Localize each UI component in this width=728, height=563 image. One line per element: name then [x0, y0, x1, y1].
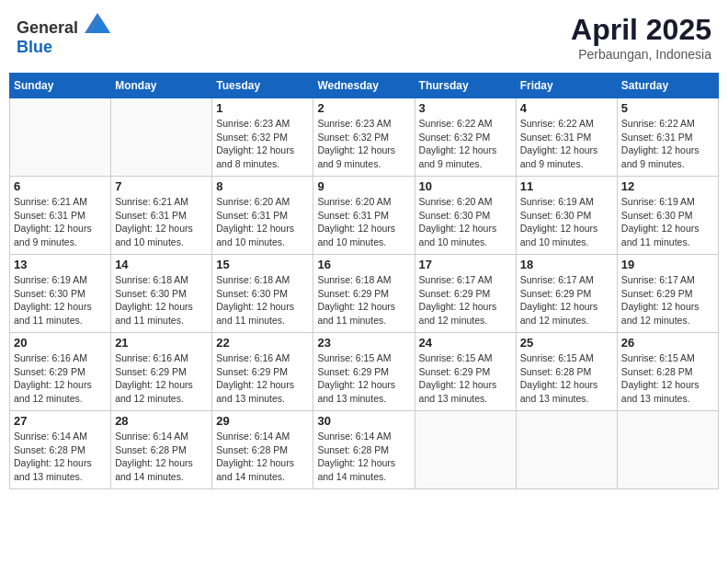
calendar-cell: 15Sunrise: 6:18 AM Sunset: 6:30 PM Dayli…	[212, 255, 313, 333]
calendar-cell: 10Sunrise: 6:20 AM Sunset: 6:30 PM Dayli…	[415, 177, 516, 255]
day-info: Sunrise: 6:15 AM Sunset: 6:28 PM Dayligh…	[621, 351, 714, 406]
day-number: 22	[216, 336, 309, 350]
day-info: Sunrise: 6:23 AM Sunset: 6:32 PM Dayligh…	[216, 117, 309, 171]
calendar-week-1: 1Sunrise: 6:23 AM Sunset: 6:32 PM Daylig…	[10, 98, 719, 177]
day-number: 5	[621, 101, 714, 115]
day-number: 26	[621, 336, 714, 350]
day-number: 14	[115, 258, 208, 271]
day-info: Sunrise: 6:22 AM Sunset: 6:31 PM Dayligh…	[520, 117, 613, 171]
calendar-cell: 2Sunrise: 6:23 AM Sunset: 6:32 PM Daylig…	[313, 98, 415, 177]
day-info: Sunrise: 6:20 AM Sunset: 6:31 PM Dayligh…	[317, 195, 410, 249]
day-number: 8	[216, 179, 309, 193]
day-info: Sunrise: 6:20 AM Sunset: 6:31 PM Dayligh…	[216, 195, 309, 249]
day-info: Sunrise: 6:19 AM Sunset: 6:30 PM Dayligh…	[520, 195, 613, 249]
day-number: 1	[216, 101, 309, 115]
day-number: 2	[317, 101, 410, 115]
calendar-cell: 25Sunrise: 6:15 AM Sunset: 6:28 PM Dayli…	[516, 333, 617, 411]
day-info: Sunrise: 6:17 AM Sunset: 6:29 PM Dayligh…	[419, 273, 512, 327]
calendar-cell: 12Sunrise: 6:19 AM Sunset: 6:30 PM Dayli…	[617, 177, 718, 255]
day-number: 16	[317, 258, 410, 271]
day-info: Sunrise: 6:14 AM Sunset: 6:28 PM Dayligh…	[317, 430, 410, 484]
day-number: 18	[520, 258, 613, 271]
day-number: 30	[317, 414, 410, 428]
calendar-cell: 19Sunrise: 6:17 AM Sunset: 6:29 PM Dayli…	[617, 255, 718, 333]
day-number: 3	[419, 101, 512, 115]
day-info: Sunrise: 6:21 AM Sunset: 6:31 PM Dayligh…	[115, 195, 208, 249]
day-info: Sunrise: 6:14 AM Sunset: 6:28 PM Dayligh…	[216, 430, 309, 484]
calendar-cell	[111, 98, 212, 177]
logo-text: General Blue	[17, 13, 110, 57]
calendar-cell: 23Sunrise: 6:15 AM Sunset: 6:29 PM Dayli…	[313, 333, 415, 411]
day-number: 11	[520, 179, 613, 193]
calendar-cell: 22Sunrise: 6:16 AM Sunset: 6:29 PM Dayli…	[212, 333, 313, 411]
calendar-cell: 13Sunrise: 6:19 AM Sunset: 6:30 PM Dayli…	[10, 255, 111, 333]
day-number: 13	[14, 258, 107, 271]
day-info: Sunrise: 6:18 AM Sunset: 6:30 PM Dayligh…	[115, 273, 208, 327]
calendar-cell: 9Sunrise: 6:20 AM Sunset: 6:31 PM Daylig…	[313, 177, 415, 255]
day-number: 17	[419, 258, 512, 271]
weekday-header: Thursday	[415, 74, 516, 98]
calendar-cell: 17Sunrise: 6:17 AM Sunset: 6:29 PM Dayli…	[415, 255, 516, 333]
calendar-header-row: SundayMondayTuesdayWednesdayThursdayFrid…	[10, 74, 719, 98]
day-number: 9	[317, 179, 410, 193]
day-info: Sunrise: 6:15 AM Sunset: 6:28 PM Dayligh…	[520, 351, 613, 406]
location-subtitle: Perbaungan, Indonesia	[571, 47, 711, 62]
day-number: 21	[115, 336, 208, 350]
calendar-cell: 1Sunrise: 6:23 AM Sunset: 6:32 PM Daylig…	[212, 98, 313, 177]
calendar-week-4: 20Sunrise: 6:16 AM Sunset: 6:29 PM Dayli…	[10, 333, 719, 411]
calendar-cell: 14Sunrise: 6:18 AM Sunset: 6:30 PM Dayli…	[111, 255, 212, 333]
day-info: Sunrise: 6:18 AM Sunset: 6:30 PM Dayligh…	[216, 273, 309, 327]
day-number: 6	[14, 179, 107, 193]
day-info: Sunrise: 6:15 AM Sunset: 6:29 PM Dayligh…	[317, 351, 410, 406]
day-number: 19	[621, 258, 714, 271]
day-number: 27	[14, 414, 107, 428]
logo-icon	[85, 13, 110, 33]
calendar-cell	[415, 411, 516, 489]
month-year-title: April 2025	[571, 13, 711, 47]
calendar-cell: 16Sunrise: 6:18 AM Sunset: 6:29 PM Dayli…	[313, 255, 415, 333]
day-number: 10	[419, 179, 512, 193]
calendar-cell: 28Sunrise: 6:14 AM Sunset: 6:28 PM Dayli…	[111, 411, 212, 489]
calendar-cell: 30Sunrise: 6:14 AM Sunset: 6:28 PM Dayli…	[313, 411, 415, 489]
calendar-cell: 5Sunrise: 6:22 AM Sunset: 6:31 PM Daylig…	[617, 98, 718, 177]
day-info: Sunrise: 6:14 AM Sunset: 6:28 PM Dayligh…	[115, 430, 208, 484]
logo-general: General	[17, 18, 78, 37]
weekday-header: Monday	[111, 74, 212, 98]
day-info: Sunrise: 6:18 AM Sunset: 6:29 PM Dayligh…	[317, 273, 410, 327]
calendar-cell: 20Sunrise: 6:16 AM Sunset: 6:29 PM Dayli…	[10, 333, 111, 411]
calendar-week-2: 6Sunrise: 6:21 AM Sunset: 6:31 PM Daylig…	[10, 177, 719, 255]
day-info: Sunrise: 6:22 AM Sunset: 6:32 PM Dayligh…	[419, 117, 512, 171]
day-info: Sunrise: 6:16 AM Sunset: 6:29 PM Dayligh…	[216, 351, 309, 406]
calendar-week-3: 13Sunrise: 6:19 AM Sunset: 6:30 PM Dayli…	[10, 255, 719, 333]
calendar-cell: 24Sunrise: 6:15 AM Sunset: 6:29 PM Dayli…	[415, 333, 516, 411]
day-info: Sunrise: 6:16 AM Sunset: 6:29 PM Dayligh…	[14, 351, 107, 406]
day-info: Sunrise: 6:16 AM Sunset: 6:29 PM Dayligh…	[115, 351, 208, 406]
calendar-cell: 11Sunrise: 6:19 AM Sunset: 6:30 PM Dayli…	[516, 177, 617, 255]
day-number: 23	[317, 336, 410, 350]
day-info: Sunrise: 6:19 AM Sunset: 6:30 PM Dayligh…	[621, 195, 714, 249]
calendar-cell: 26Sunrise: 6:15 AM Sunset: 6:28 PM Dayli…	[617, 333, 718, 411]
calendar-cell	[10, 98, 111, 177]
day-number: 4	[520, 101, 613, 115]
day-number: 20	[14, 336, 107, 350]
calendar-cell: 3Sunrise: 6:22 AM Sunset: 6:32 PM Daylig…	[415, 98, 516, 177]
day-number: 12	[621, 179, 714, 193]
weekday-header: Tuesday	[212, 74, 313, 98]
page-header: General Blue April 2025 Perbaungan, Indo…	[9, 9, 719, 65]
day-info: Sunrise: 6:14 AM Sunset: 6:28 PM Dayligh…	[14, 430, 107, 484]
calendar-cell: 27Sunrise: 6:14 AM Sunset: 6:28 PM Dayli…	[10, 411, 111, 489]
calendar-cell	[516, 411, 617, 489]
calendar-cell: 21Sunrise: 6:16 AM Sunset: 6:29 PM Dayli…	[111, 333, 212, 411]
calendar-week-5: 27Sunrise: 6:14 AM Sunset: 6:28 PM Dayli…	[10, 411, 719, 489]
day-info: Sunrise: 6:22 AM Sunset: 6:31 PM Dayligh…	[621, 117, 714, 171]
weekday-header: Friday	[516, 74, 617, 98]
day-number: 29	[216, 414, 309, 428]
day-number: 25	[520, 336, 613, 350]
calendar-cell: 29Sunrise: 6:14 AM Sunset: 6:28 PM Dayli…	[212, 411, 313, 489]
day-info: Sunrise: 6:21 AM Sunset: 6:31 PM Dayligh…	[14, 195, 107, 249]
weekday-header: Sunday	[10, 74, 111, 98]
calendar-cell: 4Sunrise: 6:22 AM Sunset: 6:31 PM Daylig…	[516, 98, 617, 177]
day-info: Sunrise: 6:20 AM Sunset: 6:30 PM Dayligh…	[419, 195, 512, 249]
day-info: Sunrise: 6:23 AM Sunset: 6:32 PM Dayligh…	[317, 117, 410, 171]
day-info: Sunrise: 6:17 AM Sunset: 6:29 PM Dayligh…	[520, 273, 613, 327]
